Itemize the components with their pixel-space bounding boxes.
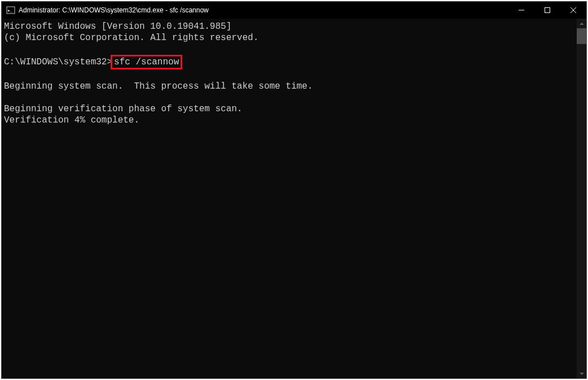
output-line: Beginning verification phase of system s…: [4, 103, 577, 115]
terminal-output[interactable]: Microsoft Windows [Version 10.0.19041.98…: [2, 19, 577, 378]
cmd-icon: ▸_: [6, 6, 15, 15]
output-line: (c) Microsoft Corporation. All rights re…: [4, 32, 577, 43]
prompt-text: C:\WINDOWS\system32>: [4, 57, 112, 67]
cmd-window: ▸_ Administrator: C:\WINDOWS\system32\cm…: [1, 1, 587, 379]
vertical-scrollbar[interactable]: [577, 19, 586, 378]
maximize-button[interactable]: [534, 2, 560, 19]
highlighted-command: sfc /scannow: [111, 55, 182, 69]
terminal-area: Microsoft Windows [Version 10.0.19041.98…: [2, 19, 586, 378]
svg-marker-7: [580, 373, 584, 375]
scroll-up-arrow-icon[interactable]: [577, 19, 586, 28]
output-line: Beginning system scan. This process will…: [4, 81, 577, 92]
scroll-track[interactable]: [577, 28, 586, 369]
window-controls: [508, 2, 586, 19]
close-button[interactable]: [560, 2, 586, 19]
window-title: Administrator: C:\WINDOWS\system32\cmd.e…: [19, 6, 508, 14]
output-line: Microsoft Windows [Version 10.0.19041.98…: [4, 21, 577, 32]
svg-text:▸_: ▸_: [8, 8, 13, 13]
scroll-thumb[interactable]: [577, 28, 586, 44]
minimize-button[interactable]: [508, 2, 534, 19]
prompt-line: C:\WINDOWS\system32>sfc /scannow: [4, 55, 577, 69]
titlebar[interactable]: ▸_ Administrator: C:\WINDOWS\system32\cm…: [2, 2, 586, 19]
blank-line: [4, 43, 577, 55]
svg-rect-3: [545, 8, 550, 13]
blank-line: [4, 69, 577, 81]
svg-marker-6: [580, 23, 584, 25]
output-line: Verification 4% complete.: [4, 115, 577, 126]
blank-line: [4, 92, 577, 103]
scroll-down-arrow-icon[interactable]: [577, 369, 586, 378]
